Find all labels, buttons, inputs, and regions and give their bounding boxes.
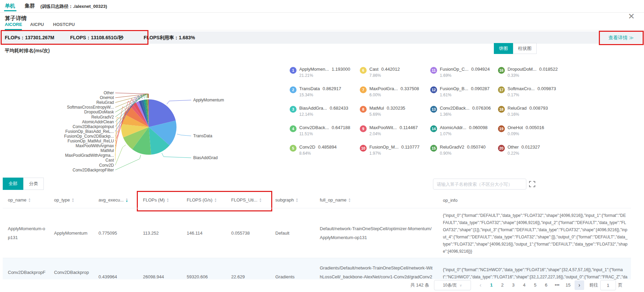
tab-hostcpu[interactable]: HOSTCPU: [53, 22, 75, 27]
rank-badge-12: 12: [430, 86, 437, 93]
rank-item-19: 19OneHot0.0050160.09%: [498, 125, 566, 136]
table-filter-tabs: 全部 分类: [3, 178, 44, 190]
cell-subgraph: Gradients: [270, 258, 315, 280]
rank-name-value: TransData0.862917: [299, 86, 358, 91]
rank-percent: 1.07%: [440, 131, 499, 136]
column-header-op_name[interactable]: op_name▲▼: [3, 192, 49, 208]
rank-badge-11: 11: [430, 67, 437, 74]
fullscreen-icon[interactable]: [529, 181, 535, 187]
pie-label-Other: Other: [104, 91, 114, 95]
training-log-path: (训练日志路径：./alexnet_00323): [40, 3, 107, 10]
tab-aicpu[interactable]: AICPU: [30, 22, 44, 27]
page-button-4[interactable]: 4: [520, 280, 529, 290]
rank-name-value: ReluGradV20.050740: [440, 144, 499, 150]
active-tab-underline: [4, 10, 16, 11]
rank-item-18: 18ReluGrad0.0087930.16%: [498, 106, 566, 117]
rank-item-3: 3BiasAddGra...0.68243312.14%: [290, 106, 358, 117]
page-button-6[interactable]: 6: [542, 280, 551, 290]
page-size-select[interactable]: 10条/页 ∨: [434, 280, 471, 290]
flops-utilization: FLOPS利用率：1.683%: [144, 31, 195, 44]
cell-op_name: ApplyMomentum-op131: [3, 208, 49, 258]
close-icon[interactable]: ✕: [628, 12, 635, 20]
table-body: ApplyMomentum-op131ApplyMomentum0.775095…: [3, 208, 631, 280]
sort-carets-icon[interactable]: ▲▼: [214, 198, 217, 203]
page-button-15[interactable]: 15: [564, 280, 573, 290]
cell-FLOPS (G/s): 146.114: [182, 208, 226, 258]
cell-FLOPs (M): 26098.944: [138, 258, 182, 280]
rank-badge-9: 9: [360, 125, 367, 132]
page-button-1[interactable]: 1: [487, 280, 496, 290]
cell-op_info: {"input_0":{"format":"NC1HWC0","data_typ…: [438, 258, 631, 280]
prev-page-button[interactable]: ‹: [476, 280, 485, 290]
flops-summary-bar: FLOPs：137301.267M FLOPS：13108.651G/秒 FLO…: [0, 31, 644, 44]
rank-name-value: MaxPoolGra...0.337508: [369, 86, 428, 91]
page-button-2[interactable]: 2: [498, 280, 507, 290]
tab-aicore[interactable]: AICORE: [5, 22, 22, 27]
rank-name-value: DropoutDoM...0.018522: [508, 67, 566, 72]
rank-name-value: Conv2D0.485894: [299, 144, 358, 150]
column-header-full_op_name[interactable]: full_op_name▲▼: [315, 192, 438, 208]
search-input[interactable]: [433, 179, 526, 190]
rank-name-value: MatMul0.320235: [369, 106, 428, 111]
rank-name-value: FusionOp_M...0.110777: [369, 144, 428, 150]
cell-avg_execu...: 0.439964: [93, 258, 138, 280]
rank-name-value: Cast0.442012: [369, 67, 428, 72]
table-row-Conv2DBackpropFilter-op102: Conv2DBackpropFilter-op102Conv2DBackprop…: [3, 258, 631, 280]
pie-label-TransData: TransData: [193, 134, 212, 138]
next-page-button[interactable]: ›: [575, 280, 584, 290]
view-details-link[interactable]: 查看详情 ≫: [608, 31, 634, 44]
pie-chart-button[interactable]: 饼图: [494, 43, 513, 54]
bar-chart-button[interactable]: 柱状图: [513, 43, 537, 54]
column-header-subgraph[interactable]: subgraph▲▼: [270, 192, 315, 208]
tab-aicpu-label: AICPU: [30, 22, 44, 27]
chart-title: 平均耗时排名(ms/次): [5, 48, 50, 54]
more-pages-icon[interactable]: •••: [553, 280, 562, 290]
column-header-avg_execu...[interactable]: avg_execu...▲▼: [93, 192, 138, 208]
column-header-FLOPS_Uti...[interactable]: FLOPS_Uti...▲▼: [226, 192, 270, 208]
page-button-3[interactable]: 3: [509, 280, 518, 290]
pie-label-ReluGradV2: ReluGradV2: [91, 115, 114, 120]
rank-badge-7: 7: [360, 86, 367, 93]
sort-carets-icon[interactable]: ▲▼: [71, 198, 74, 203]
operator-table: op_name▲▼op_type▲▼avg_execu...▲▼FLOPs (M…: [0, 192, 644, 279]
rank-item-16: 16DropoutDoM...0.0185220.33%: [498, 67, 566, 78]
cell-FLOPS (G/s): 59320.606: [182, 258, 226, 280]
page-number-list: ‹123456•••15›: [475, 280, 585, 290]
sort-carets-icon[interactable]: ▲▼: [28, 198, 31, 203]
filter-class-tab[interactable]: 分类: [23, 178, 44, 190]
rank-name-value: FusionOp_B...0.090287: [440, 86, 499, 91]
sort-carets-icon[interactable]: ▲▼: [348, 198, 351, 203]
rank-badge-16: 16: [498, 67, 505, 74]
operator-search: [433, 179, 526, 190]
sort-carets-icon[interactable]: ▲▼: [167, 198, 169, 203]
rank-badge-5: 5: [290, 145, 297, 152]
rank-item-2: 2TransData0.86291715.34%: [290, 86, 358, 97]
rank-badge-14: 14: [430, 125, 437, 132]
rank-percent: 0.90%: [440, 151, 499, 156]
rank-percent: 0.09%: [508, 131, 566, 136]
column-header-op_type[interactable]: op_type▲▼: [49, 192, 93, 208]
column-header-FLOPs (M)[interactable]: FLOPs (M)▲▼: [138, 192, 182, 208]
cell-op_info: {"input_0":{"format":"DEFAULT","data_typ…: [438, 208, 631, 258]
rank-badge-15: 15: [430, 145, 437, 152]
page-button-5[interactable]: 5: [531, 280, 540, 290]
rank-percent: 1.61%: [440, 93, 499, 97]
sort-carets-icon[interactable]: ▲▼: [259, 198, 262, 203]
goto-page-input[interactable]: [600, 280, 616, 290]
rank-percent: 0.17%: [508, 93, 566, 97]
rank-percent: 1.97%: [369, 151, 428, 156]
tab-single-machine[interactable]: 单机: [5, 3, 15, 9]
rank-badge-18: 18: [498, 106, 505, 113]
rank-item-1: 1ApplyMomen...1.19300021.21%: [290, 67, 358, 78]
sort-carets-icon[interactable]: ▲▼: [126, 198, 128, 203]
sort-carets-icon[interactable]: ▲▼: [295, 198, 298, 203]
rank-item-20: 20Other0.0123270.22%: [498, 144, 566, 156]
rank-percent: 8.64%: [299, 151, 358, 156]
cell-full_op_name: Default/network-TrainOneStepCell/optimiz…: [315, 208, 438, 258]
tab-cluster-label: 集群: [25, 3, 35, 9]
filter-all-tab[interactable]: 全部: [3, 178, 23, 190]
column-header-FLOPS (G/s)[interactable]: FLOPS (G/s)▲▼: [182, 192, 226, 208]
rank-name-value: ApplyMomen...1.193000: [299, 67, 358, 72]
tab-cluster[interactable]: 集群: [25, 3, 35, 9]
page-unit-label: 页: [618, 282, 622, 288]
